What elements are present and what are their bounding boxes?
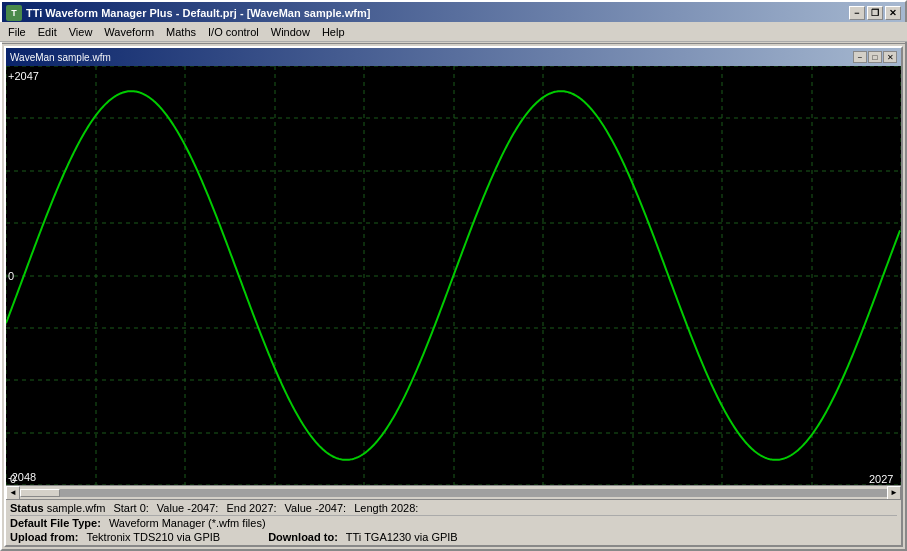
restore-button[interactable]: ❐: [867, 6, 883, 20]
status-status: Status sample.wfm: [10, 502, 105, 514]
doc-title-text: WaveMan sample.wfm: [10, 52, 852, 63]
waveform-section: ◄ ► Status sample.wfm Start 0: Value -20…: [6, 66, 901, 545]
scroll-thumb[interactable]: [20, 489, 60, 497]
title-bar: T TTi Waveform Manager Plus - Default.pr…: [2, 2, 905, 24]
title-bar-buttons: − ❐ ✕: [849, 6, 901, 20]
file-type-value: Waveform Manager (*.wfm files): [109, 517, 266, 529]
waveform-canvas: [6, 66, 901, 485]
status-start: Start 0:: [113, 502, 148, 514]
menu-help[interactable]: Help: [316, 25, 351, 39]
file-type-label: Default File Type:: [10, 517, 101, 529]
content-area: WaveMan sample.wfm − □ ✕ ◄ ►: [2, 44, 905, 549]
status-row-3: Upload from: Tektronix TDS210 via GPIB D…: [10, 530, 897, 544]
upload-value: Tektronix TDS210 via GPIB: [86, 531, 220, 543]
horizontal-scrollbar[interactable]: ◄ ►: [6, 485, 901, 499]
scroll-right-arrow[interactable]: ►: [887, 486, 901, 500]
menu-io-control[interactable]: I/O control: [202, 25, 265, 39]
menu-edit[interactable]: Edit: [32, 25, 63, 39]
waveform-display: [6, 66, 901, 485]
doc-min-button[interactable]: −: [853, 51, 867, 63]
main-window: T TTi Waveform Manager Plus - Default.pr…: [0, 0, 907, 551]
menu-waveform[interactable]: Waveform: [98, 25, 160, 39]
scroll-track[interactable]: [20, 489, 887, 497]
menu-window[interactable]: Window: [265, 25, 316, 39]
status-row-1: Status sample.wfm Start 0: Value -2047: …: [10, 501, 897, 516]
menu-view[interactable]: View: [63, 25, 99, 39]
status-value2: Value -2047:: [285, 502, 347, 514]
upload-label: Upload from:: [10, 531, 78, 543]
title-bar-text: TTi Waveform Manager Plus - Default.prj …: [26, 7, 849, 19]
doc-title-bar: WaveMan sample.wfm − □ ✕: [6, 48, 901, 66]
inner-window: WaveMan sample.wfm − □ ✕ ◄ ►: [4, 46, 903, 547]
minimize-button[interactable]: −: [849, 6, 865, 20]
status-area: Status sample.wfm Start 0: Value -2047: …: [6, 499, 901, 545]
scroll-left-arrow[interactable]: ◄: [6, 486, 20, 500]
menu-maths[interactable]: Maths: [160, 25, 202, 39]
status-length: Length 2028:: [354, 502, 418, 514]
close-button[interactable]: ✕: [885, 6, 901, 20]
download-value: TTi TGA1230 via GPIB: [346, 531, 458, 543]
doc-max-button[interactable]: □: [868, 51, 882, 63]
menu-file[interactable]: File: [2, 25, 32, 39]
app-icon: T: [6, 5, 22, 21]
status-end: End 2027:: [226, 502, 276, 514]
status-value1: Value -2047:: [157, 502, 219, 514]
status-row-2: Default File Type: Waveform Manager (*.w…: [10, 516, 897, 530]
menu-bar-real: File Edit View Waveform Maths I/O contro…: [0, 22, 907, 42]
doc-close-button[interactable]: ✕: [883, 51, 897, 63]
download-label: Download to:: [268, 531, 338, 543]
